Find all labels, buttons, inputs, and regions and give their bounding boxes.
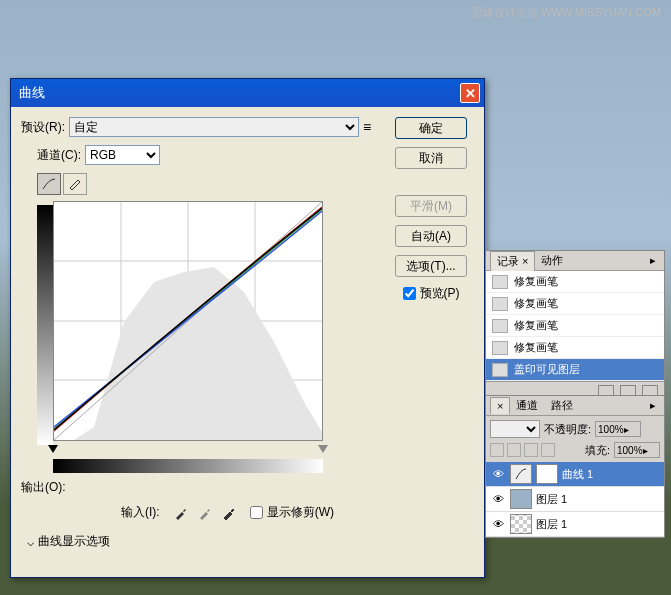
opacity-label: 不透明度:: [544, 422, 591, 437]
tab-paths[interactable]: 路径: [545, 396, 580, 415]
fill-spinner[interactable]: 100%▸: [614, 442, 660, 458]
show-clip-check[interactable]: [250, 506, 263, 519]
cancel-button[interactable]: 取消: [395, 147, 467, 169]
smooth-button[interactable]: 平滑(M): [395, 195, 467, 217]
history-list: 修复画笔 修复画笔 修复画笔 修复画笔 盖印可见图层: [486, 271, 664, 381]
input-sliders[interactable]: [53, 445, 323, 455]
opacity-spinner[interactable]: 100%▸: [595, 421, 641, 437]
panel-menu-icon[interactable]: ▸: [646, 399, 660, 412]
auto-button[interactable]: 自动(A): [395, 225, 467, 247]
dialog-title: 曲线: [19, 84, 460, 102]
fill-label: 填充:: [585, 443, 610, 458]
channel-select[interactable]: RGB: [85, 145, 160, 165]
brush-icon: [492, 341, 508, 355]
show-clipping-checkbox[interactable]: 显示修剪(W): [250, 504, 334, 521]
curve-pencil-tool[interactable]: [63, 173, 87, 195]
tab-layers[interactable]: ×: [490, 397, 510, 414]
preset-select[interactable]: 自定: [69, 117, 359, 137]
eyedropper-white-icon[interactable]: [222, 506, 236, 520]
layer-item[interactable]: 👁 图层 1: [486, 512, 664, 537]
mask-thumb: [536, 464, 558, 484]
channel-label: 通道(C):: [37, 147, 81, 164]
eyedropper-black-icon[interactable]: [174, 506, 188, 520]
history-item[interactable]: 修复画笔: [486, 271, 664, 293]
visibility-icon[interactable]: 👁: [490, 518, 506, 530]
lock-pos-icon[interactable]: [524, 443, 538, 457]
layer-item[interactable]: 👁 图层 1: [486, 487, 664, 512]
brush-icon: [492, 297, 508, 311]
chevron-icon: ⌵: [27, 535, 34, 549]
curves-graph[interactable]: [53, 201, 323, 441]
history-panel: 记录 × 动作 ▸ 修复画笔 修复画笔 修复画笔 修复画笔 盖印可见图层: [485, 250, 665, 403]
layer-thumb: [510, 489, 532, 509]
layer-thumb: [510, 514, 532, 534]
preset-label: 预设(R):: [21, 119, 65, 136]
preview-check[interactable]: [403, 287, 416, 300]
layer-name: 曲线 1: [562, 467, 593, 482]
lock-paint-icon[interactable]: [507, 443, 521, 457]
brush-icon: [492, 319, 508, 333]
input-gradient: [53, 459, 323, 473]
close-icon[interactable]: ✕: [460, 83, 480, 103]
stamp-icon: [492, 363, 508, 377]
history-item[interactable]: 修复画笔: [486, 315, 664, 337]
curve-display-options-toggle[interactable]: ⌵ 曲线显示选项: [27, 533, 381, 550]
visibility-icon[interactable]: 👁: [490, 493, 506, 505]
panel-menu-icon[interactable]: ▸: [646, 254, 660, 267]
brush-icon: [492, 275, 508, 289]
dialog-titlebar[interactable]: 曲线 ✕: [11, 79, 484, 107]
visibility-icon[interactable]: 👁: [490, 468, 506, 480]
blend-mode-select[interactable]: [490, 420, 540, 438]
history-item[interactable]: 修复画笔: [486, 293, 664, 315]
tab-actions[interactable]: 动作: [535, 251, 570, 270]
preview-checkbox[interactable]: 预览(P): [403, 285, 460, 302]
layers-list: 👁 曲线 1 👁 图层 1 👁 图层 1: [486, 462, 664, 537]
ok-button[interactable]: 确定: [395, 117, 467, 139]
preset-menu-icon[interactable]: ≡: [363, 119, 377, 135]
options-button[interactable]: 选项(T)...: [395, 255, 467, 277]
curves-dialog: 曲线 ✕ 预设(R): 自定 ≡ 通道(C): RGB: [10, 78, 485, 578]
tab-channels[interactable]: 通道: [510, 396, 545, 415]
output-label: 输出(O):: [21, 480, 66, 494]
history-item[interactable]: 修复画笔: [486, 337, 664, 359]
watermark: 思缘设计论坛 WWW.MISSYUAN.COM: [472, 5, 661, 20]
eyedropper-gray-icon[interactable]: [198, 506, 212, 520]
input-label: 输入(I):: [121, 504, 160, 521]
lock-trans-icon[interactable]: [490, 443, 504, 457]
layers-panel: × 通道 路径 ▸ 不透明度: 100%▸ 填充: 100%▸ 👁 曲线 1: [485, 395, 665, 538]
history-item[interactable]: 盖印可见图层: [486, 359, 664, 381]
layer-name: 图层 1: [536, 517, 567, 532]
svg-marker-6: [54, 267, 322, 440]
layer-item[interactable]: 👁 曲线 1: [486, 462, 664, 487]
tab-history[interactable]: 记录 ×: [490, 251, 535, 271]
adjustment-thumb: [510, 464, 532, 484]
output-gradient: [37, 205, 53, 445]
curve-point-tool[interactable]: [37, 173, 61, 195]
layer-name: 图层 1: [536, 492, 567, 507]
lock-all-icon[interactable]: [541, 443, 555, 457]
